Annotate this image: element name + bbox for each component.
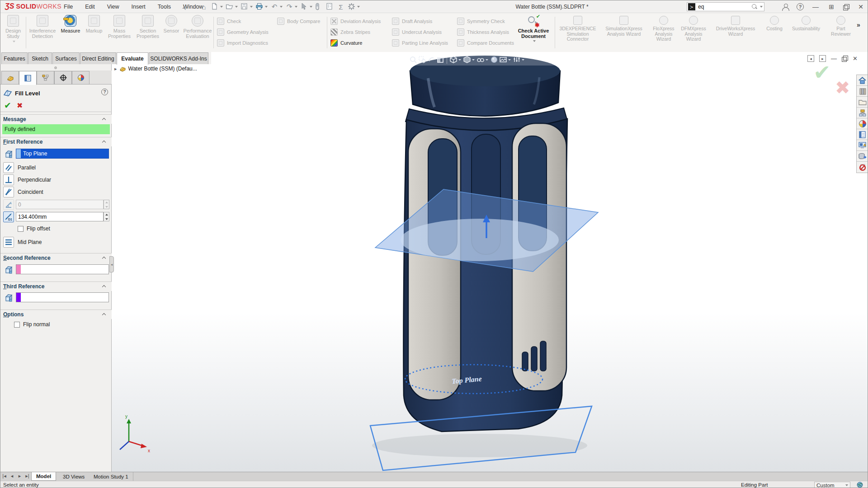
search-input[interactable] (697, 3, 751, 10)
document-close-button[interactable]: ✕ (853, 55, 858, 62)
menu-edit[interactable]: Edit (85, 4, 95, 10)
save-button[interactable] (239, 2, 254, 12)
tab-3d-views[interactable]: 3D Views (58, 472, 90, 481)
chevron-down-icon[interactable] (486, 59, 488, 61)
interference-detection-button[interactable]: Interference Detection (28, 15, 57, 50)
chevron-down-icon[interactable] (235, 6, 238, 8)
first-reference-selection-field[interactable]: Top Plane (16, 149, 109, 159)
apply-scene-icon[interactable] (499, 56, 507, 64)
tab-displaymanager[interactable] (72, 71, 90, 84)
mid-plane-option-button[interactable] (3, 237, 14, 248)
tab-configurationmanager[interactable] (37, 71, 54, 84)
tab-model[interactable]: Model (31, 472, 56, 481)
task-blocked-content-button[interactable] (857, 162, 868, 173)
confirmation-ok-button[interactable]: ✔ (813, 60, 831, 84)
tab-sketch[interactable]: Sketch (28, 52, 52, 64)
task-resources-button[interactable] (857, 86, 868, 97)
curvature-button[interactable]: Curvature (330, 38, 362, 47)
check-button[interactable]: Check (217, 17, 241, 26)
edit-appearance-icon[interactable] (490, 56, 498, 64)
chevron-down-icon[interactable] (458, 59, 461, 61)
undo-button[interactable]: ↶ (269, 2, 284, 12)
chevron-down-icon[interactable] (533, 40, 536, 42)
chevron-down-icon[interactable] (522, 59, 524, 61)
chevron-down-icon[interactable] (295, 6, 297, 8)
section-view-icon[interactable] (436, 56, 444, 64)
tab-dimxpertmanager[interactable] (54, 71, 72, 84)
zoom-area-icon[interactable] (418, 56, 426, 64)
check-active-document-button[interactable]: ✔✱ Check Active Document (516, 15, 551, 50)
section-properties-button[interactable]: Section Properties (135, 15, 160, 50)
tile-windows-button[interactable] (827, 3, 835, 10)
user-account-icon[interactable] (782, 3, 789, 10)
display-style-icon[interactable] (463, 56, 471, 64)
section-first-reference[interactable]: First Reference (0, 137, 112, 146)
chevron-down-icon[interactable] (357, 6, 360, 8)
select-button[interactable] (299, 2, 314, 12)
home-button[interactable]: ⌂ (198, 2, 209, 12)
globe-status-icon[interactable] (857, 482, 863, 488)
import-diagnostics-button[interactable]: Import Diagnostics (217, 38, 268, 47)
scroll-last-icon[interactable]: ▸| (25, 473, 30, 479)
tab-featuremanager[interactable] (1, 71, 19, 84)
tab-solidworks-addins[interactable]: SOLIDWORKS Add-Ins (149, 52, 208, 64)
equations-button[interactable]: Σ (335, 2, 346, 12)
compare-documents-button[interactable]: Compare Documents (457, 38, 514, 47)
scroll-first-icon[interactable]: |◂ (2, 473, 7, 479)
chevron-down-icon[interactable] (760, 6, 763, 8)
measure-button[interactable]: Measure (58, 15, 83, 50)
coincident-option-button[interactable] (3, 187, 14, 197)
new-document-button[interactable] (209, 2, 224, 12)
menu-file[interactable]: File (64, 4, 73, 10)
perpendicular-option-button[interactable] (3, 174, 14, 185)
confirmation-cancel-button[interactable]: ✖ (835, 77, 850, 98)
restore-button[interactable] (843, 4, 849, 10)
angle-spinner[interactable] (104, 200, 109, 209)
menu-tools[interactable]: Tools (158, 4, 171, 10)
ok-button[interactable] (4, 100, 11, 110)
collapse-chevron-icon[interactable] (102, 285, 106, 289)
thickness-analysis-button[interactable]: Thickness Analysis (457, 28, 509, 37)
offset-distance-input[interactable] (16, 212, 104, 221)
mass-properties-button[interactable]: Mass Properties (105, 15, 133, 50)
chevron-down-icon[interactable] (472, 59, 475, 61)
document-restore-button[interactable] (842, 56, 848, 61)
help-icon[interactable]: ? (101, 89, 108, 95)
ribbon-overflow-button[interactable]: » (857, 21, 860, 28)
view-orientation-icon[interactable] (449, 56, 458, 64)
collapse-chevron-icon[interactable] (102, 118, 106, 122)
section-message[interactable]: Message (0, 114, 112, 124)
options-button[interactable] (346, 2, 361, 12)
dfmxpress-wizard-button[interactable]: DFMXpress Analysis Wizard (679, 16, 708, 42)
magnifier-toggle-button[interactable] (314, 2, 325, 12)
offset-distance-spinner[interactable] (104, 212, 109, 221)
design-study-button[interactable]: Design Study (1, 15, 25, 50)
section-third-reference[interactable]: Third Reference (0, 282, 112, 291)
performance-evaluation-button[interactable]: Performance Evaluation (181, 15, 214, 50)
task-design-library-button[interactable] (857, 97, 868, 108)
cancel-button[interactable] (17, 101, 23, 110)
task-view-palette-button[interactable] (857, 140, 868, 151)
distance-option-button[interactable]: D1 (3, 211, 14, 222)
redo-button[interactable]: ↷ (284, 2, 299, 12)
graphics-area[interactable]: Top Plane y x (112, 52, 868, 472)
chevron-down-icon[interactable] (265, 6, 268, 8)
flip-offset-checkbox[interactable] (18, 226, 24, 232)
chevron-down-icon[interactable] (508, 59, 511, 61)
view-settings-icon[interactable] (513, 56, 521, 64)
markup-button[interactable]: Markup (84, 15, 104, 50)
draft-analysis-button[interactable]: Draft Analysis (392, 17, 432, 26)
chevron-down-icon[interactable] (13, 41, 15, 42)
driveworksxpress-wizard-button[interactable]: DriveWorksXpress Wizard (709, 16, 762, 37)
zoom-fit-icon[interactable] (409, 56, 417, 64)
open-button[interactable] (224, 2, 239, 12)
panel-splitter-handle[interactable] (109, 256, 114, 272)
previous-view-icon[interactable] (427, 56, 435, 64)
scroll-left-icon[interactable]: ◂ (9, 473, 14, 479)
third-reference-selection-field[interactable] (16, 292, 109, 302)
task-home-button[interactable] (857, 75, 868, 86)
geometry-analysis-button[interactable]: Geometry Analysis (217, 28, 269, 37)
minimize-button[interactable] (811, 3, 820, 10)
deviation-analysis-button[interactable]: Deviation Analysis (330, 17, 381, 26)
close-button[interactable] (857, 3, 865, 10)
